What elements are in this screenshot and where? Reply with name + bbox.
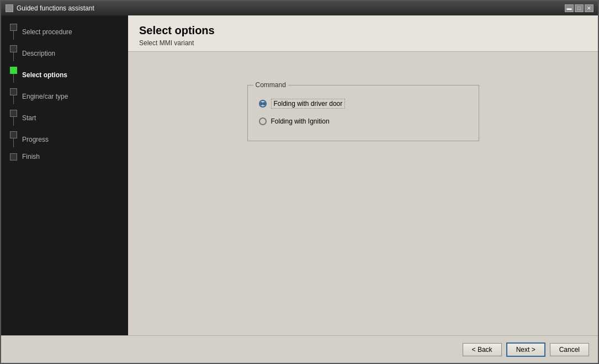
footer: < Back Next > Cancel: [1, 335, 598, 363]
minimize-button[interactable]: ▬: [565, 4, 574, 12]
node-box-select-options: [10, 67, 17, 74]
back-button[interactable]: < Back: [463, 343, 502, 356]
sidebar-item-finish[interactable]: Finish: [6, 150, 128, 163]
app-icon: [6, 4, 13, 12]
radio-icon-driver-door: [259, 100, 267, 108]
sidebar-item-progress[interactable]: Progress: [6, 129, 128, 150]
node-box-engine: [10, 88, 17, 95]
main-content: Select procedure Description: [1, 15, 598, 335]
cancel-button[interactable]: Cancel: [550, 343, 589, 356]
sidebar-item-start[interactable]: Start: [6, 107, 128, 129]
radio-label-ignition: Folding with Ignition: [271, 117, 330, 125]
sidebar-label-engine: Engine/car type: [22, 93, 68, 100]
sidebar-item-select-options[interactable]: Select options: [6, 64, 128, 85]
next-button[interactable]: Next >: [506, 342, 545, 357]
title-buttons: ▬ □ ✕: [565, 4, 593, 12]
sidebar-label-description: Description: [22, 50, 55, 57]
node-box-description: [10, 45, 17, 52]
radio-label-driver-door: Folding with driver door: [271, 99, 346, 109]
content-body: Command Folding with driver door Folding…: [128, 52, 598, 335]
node-box-procedure: [10, 24, 17, 31]
title-bar-left: Guided functions assistant: [6, 4, 94, 12]
sidebar-tree: Select procedure Description: [1, 21, 128, 163]
sidebar-label-progress: Progress: [22, 136, 49, 143]
sidebar-item-select-procedure[interactable]: Select procedure: [6, 21, 128, 42]
content-panel: Select options Select MMI variant Comman…: [128, 15, 598, 335]
node-box-progress: [10, 131, 17, 138]
sidebar-item-description[interactable]: Description: [6, 42, 128, 64]
radio-icon-ignition: [259, 117, 267, 125]
maximize-button[interactable]: □: [575, 4, 584, 12]
content-title: Select options: [139, 24, 587, 37]
content-header: Select options Select MMI variant: [128, 15, 598, 52]
title-bar: Guided functions assistant ▬ □ ✕: [1, 1, 598, 15]
sidebar-label-finish: Finish: [22, 153, 40, 160]
node-box-start: [10, 110, 17, 117]
close-button[interactable]: ✕: [585, 4, 593, 12]
sidebar-label-start: Start: [22, 114, 36, 122]
radio-option-driver-door[interactable]: Folding with driver door: [257, 94, 468, 113]
window-title: Guided functions assistant: [17, 4, 94, 12]
sidebar: Select procedure Description: [1, 15, 128, 335]
command-group-legend: Command: [253, 81, 288, 89]
main-window: Guided functions assistant ▬ □ ✕ Select …: [0, 0, 599, 364]
content-subtitle: Select MMI variant: [139, 39, 587, 47]
node-box-finish: [10, 153, 17, 160]
command-group: Command Folding with driver door Folding…: [247, 85, 479, 141]
radio-option-ignition[interactable]: Folding with Ignition: [257, 113, 468, 130]
sidebar-item-engine-car-type[interactable]: Engine/car type: [6, 85, 128, 107]
sidebar-label-procedure: Select procedure: [22, 28, 72, 36]
sidebar-label-select-options: Select options: [22, 71, 67, 79]
